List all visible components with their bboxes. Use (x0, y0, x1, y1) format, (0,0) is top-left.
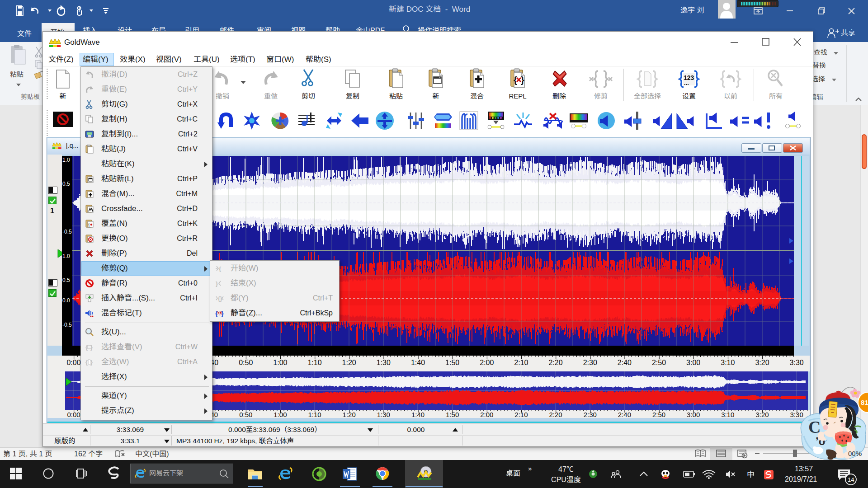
svg-text:{: { (219, 265, 221, 272)
svg-text:}: } (216, 280, 218, 287)
svg-text:{: { (85, 359, 88, 366)
svg-text:}: } (521, 75, 524, 85)
svg-text:...: ... (684, 80, 689, 86)
svg-text:中: 中 (747, 469, 755, 479)
svg-text:{: { (514, 75, 517, 85)
svg-text:{}: {} (218, 296, 222, 302)
svg-text:{: { (215, 310, 218, 317)
svg-text:{: { (88, 222, 90, 227)
svg-text:14: 14 (848, 476, 854, 483)
